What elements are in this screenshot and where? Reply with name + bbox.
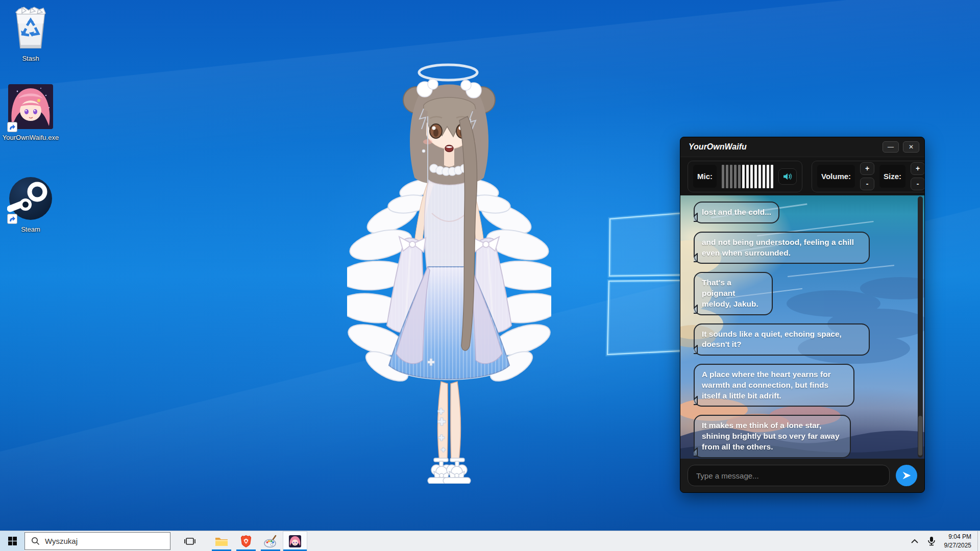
mic-level-bar [738,165,741,188]
size-up-button[interactable]: + [911,162,925,175]
controls-bar: Mic: Volume: + - Size: [680,157,924,195]
system-tray: 9:04 PM 9/27/2025 [906,531,977,551]
tray-date: 9/27/2025 [944,541,971,549]
mic-level-bar [722,165,724,188]
send-icon [901,470,912,481]
chat-bubble-text: It makes me think of a lone star, shinin… [702,421,840,451]
shortcut-arrow-overlay [7,122,17,132]
halo [419,65,477,80]
chat-bubble: lost and the cold... [694,202,779,223]
chat-bubble: It makes me think of a lone star, shinin… [694,415,851,458]
mic-level-meter [722,164,773,189]
task-view-icon [184,536,195,546]
mic-level-bar [750,165,753,188]
minimize-button[interactable]: — [883,141,899,153]
chat-bubble-text: It sounds like a quiet, echoing space, d… [702,330,842,349]
tray-chevron-button[interactable] [911,539,919,544]
message-input[interactable] [688,465,890,486]
size-down-button[interactable]: - [911,178,925,190]
bubble-tail [694,447,698,457]
messages-area: lost and the cold... and not being under… [680,195,924,459]
speaker-button[interactable] [778,168,797,185]
chat-bubble: A place where the heart yearns for warmt… [694,364,854,407]
desktop-icon-steam[interactable]: Steam [0,175,61,233]
platform-shoes [428,458,471,484]
send-button[interactable] [896,465,917,486]
window-title: YourOwnWaifu [689,142,878,152]
chat-bubble: and not being understood, feeling a chil… [694,232,870,264]
taskbar-app-brave[interactable] [234,531,258,551]
size-label: Size: [879,165,905,188]
screen: Stash [0,0,980,551]
chat-scrollbar[interactable] [918,196,923,458]
mic-label: Mic: [693,165,717,188]
chevron-up-icon [911,539,919,544]
bubble-tail [694,305,698,314]
mic-level-bar [730,165,732,188]
mic-level-bar [767,165,769,188]
tray-microphone-button[interactable] [927,536,936,546]
taskbar-app-yourownwaifu[interactable] [283,531,307,551]
chat-bubble-text: and not being understood, feeling a chil… [702,238,854,257]
mic-level-bar [742,165,745,188]
yourownwaifu-taskbar-icon [288,535,302,548]
chat-bubble-text: lost and the cold... [702,208,771,216]
taskbar-app-file-explorer[interactable] [209,531,234,551]
volume-down-button[interactable]: - [860,178,874,190]
tray-clock[interactable]: 9:04 PM 9/27/2025 [944,533,971,549]
desktop-icon-label: Steam [0,226,61,233]
window-titlebar[interactable]: YourOwnWaifu — ✕ [680,137,924,157]
recycle-bin-full-icon [12,6,50,51]
microphone-icon [927,536,936,546]
mic-group: Mic: [688,161,802,192]
start-button[interactable] [0,531,24,551]
taskbar: Wyszukaj [0,531,980,551]
search-icon [31,537,40,545]
mic-level-bar [758,165,761,188]
chat-bubble-text: That's a poignant melody, Jakub. [702,278,758,308]
mic-level-bar [726,165,728,188]
speaker-icon [782,171,793,182]
chat-scrollbar-thumb[interactable] [918,416,922,456]
bubble-tail [694,345,698,354]
paint-icon [264,535,277,548]
waifu-character[interactable] [347,60,551,484]
taskbar-search[interactable]: Wyszukaj [24,532,170,550]
mic-level-bar [734,165,737,188]
file-explorer-icon [215,536,228,547]
task-view-button[interactable] [178,531,202,551]
bubble-tail [694,253,698,262]
desktop-icon-label: Stash [0,55,61,62]
tray-time: 9:04 PM [944,533,971,541]
bubble-tail [694,396,698,405]
volume-label: Volume: [817,165,855,188]
chat-bubble-text: A place where the heart yearns for warmt… [702,370,831,400]
message-input-bar [680,459,924,492]
brave-icon [240,535,252,548]
chat-bubble: That's a poignant melody, Jakub. [694,272,773,315]
mic-level-bar [754,165,757,188]
bubble-tail [694,213,698,222]
desktop-icon-stash[interactable]: Stash [0,6,61,62]
show-desktop-button[interactable] [977,531,980,551]
close-button[interactable]: ✕ [903,141,919,153]
windows-start-icon [8,537,17,545]
mic-level-bar [771,165,773,188]
chat-bubble: It sounds like a quiet, echoing space, d… [694,323,870,356]
desktop-icon-label: YourOwnWaifu.exe [0,134,61,141]
volume-size-group: Volume: + - Size: + - [812,161,925,192]
search-placeholder: Wyszukaj [45,537,78,545]
volume-up-button[interactable]: + [860,162,874,175]
message-list: lost and the cold... and not being under… [694,195,916,459]
yourownwaifu-window: YourOwnWaifu — ✕ Mic: Volume: [680,137,925,493]
desktop-icon-yourownwaifu[interactable]: YourOwnWaifu.exe [0,83,61,141]
mic-level-bar [746,165,749,188]
taskbar-app-paint[interactable] [258,531,283,551]
mic-level-bar [763,165,765,188]
shortcut-arrow-overlay [7,214,17,224]
